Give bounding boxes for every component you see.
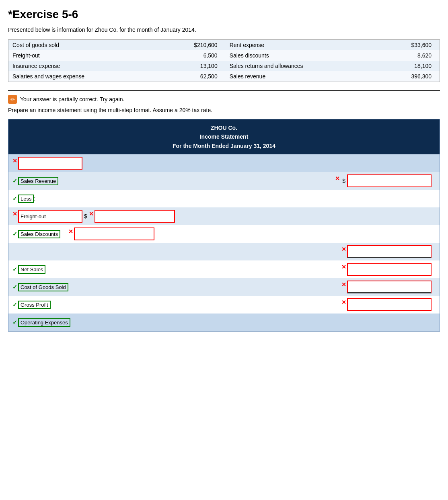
- sales-revenue-label: Sales Revenue: [18, 177, 58, 185]
- freight-out-label-cell: ✕ $ ✕: [12, 210, 436, 223]
- gross-profit-label-cell: ✓ Gross Profit: [12, 301, 341, 309]
- check-mark-op-exp: ✓: [12, 319, 17, 326]
- net-sales-input[interactable]: [347, 263, 432, 276]
- operating-expenses-label-cell: ✓ Operating Expenses: [12, 318, 436, 327]
- x-mark-total: ✕: [341, 246, 346, 252]
- section-label-row: ✕: [8, 154, 440, 172]
- amount-insurance: 13,100: [159, 61, 226, 71]
- amount-salaries: 62,500: [159, 71, 226, 82]
- check-mark-discounts: ✓: [12, 231, 17, 237]
- cogs-label: Cost of Goods Sold: [18, 283, 68, 291]
- total-deductions-row: ✕: [8, 243, 440, 260]
- income-statement: ZHOU Co. Income Statement For the Month …: [8, 119, 440, 332]
- total-deductions-amount-cell: ✕: [341, 245, 436, 258]
- less-label-cell: ✓ Less :: [12, 195, 436, 203]
- label-sales-discounts: Sales discounts: [226, 50, 379, 61]
- net-sales-row: ✓ Net Sales ✕: [8, 260, 440, 278]
- operating-expenses-row: ✓ Operating Expenses: [8, 314, 440, 331]
- x-mark-freight-amt: ✕: [89, 211, 94, 217]
- gross-profit-label: Gross Profit: [18, 301, 51, 309]
- partial-correct-notice: Your answer is partially correct. Try ag…: [8, 95, 440, 104]
- sales-revenue-label-cell: ✓ Sales Revenue: [12, 177, 335, 185]
- gross-profit-input[interactable]: [347, 298, 432, 311]
- less-colon: :: [34, 195, 35, 202]
- table-row: Salaries and wages expense 62,500 Sales …: [8, 71, 440, 82]
- gross-profit-row: ✓ Gross Profit ✕: [8, 296, 440, 314]
- amount-sales-discounts: 8,620: [378, 50, 440, 61]
- freight-dollar: $: [84, 213, 87, 219]
- amount-sales-returns: 18,100: [378, 61, 440, 71]
- check-mark-icon: ✓: [12, 178, 17, 184]
- cogs-amount-cell: ✕: [341, 281, 436, 293]
- net-sales-label-cell: ✓ Net Sales: [12, 265, 341, 274]
- sales-revenue-row: ✓ Sales Revenue ✕ $: [8, 172, 440, 190]
- description-text: Presented below is information for Zhou …: [8, 27, 440, 33]
- table-row: Cost of goods sold $210,600 Rent expense…: [8, 40, 440, 51]
- amount-rent-expense: $33,600: [378, 40, 440, 51]
- x-mark-net-sales: ✕: [341, 264, 346, 270]
- x-mark-icon-2: ✕: [335, 175, 340, 182]
- sales-discounts-input[interactable]: [74, 227, 154, 240]
- amount-freight-out: 6,500: [159, 50, 226, 61]
- x-mark-icon: ✕: [12, 158, 17, 164]
- cogs-row: ✓ Cost of Goods Sold ✕: [8, 278, 440, 296]
- is-title-line2: Income Statement: [12, 132, 436, 141]
- x-mark-cogs: ✕: [341, 281, 346, 288]
- sales-revenue-input[interactable]: [347, 174, 432, 187]
- label-sales-revenue: Sales revenue: [226, 71, 379, 82]
- sales-discounts-row: ✓ Sales Discounts ✕: [8, 225, 440, 243]
- less-row: ✓ Less :: [8, 190, 440, 207]
- label-rent-expense: Rent expense: [226, 40, 379, 51]
- section-label-input[interactable]: [18, 157, 82, 170]
- given-data-table: Cost of goods sold $210,600 Rent expense…: [8, 39, 440, 82]
- check-mark-cogs: ✓: [12, 284, 17, 290]
- check-mark-less: ✓: [12, 195, 17, 202]
- freight-out-row: ✕ $ ✕: [8, 207, 440, 225]
- amount-cost-goods: $210,600: [159, 40, 226, 51]
- section-divider: [8, 90, 440, 91]
- cogs-label-cell: ✓ Cost of Goods Sold: [12, 283, 341, 291]
- net-sales-label: Net Sales: [18, 265, 45, 274]
- table-row: Freight-out 6,500 Sales discounts 8,620: [8, 50, 440, 61]
- sales-revenue-amount-cell: ✕ $: [335, 174, 436, 187]
- is-title-line1: ZHOU Co.: [12, 123, 436, 132]
- x-mark-gross-profit: ✕: [341, 299, 346, 305]
- amount-sales-revenue: 396,300: [378, 71, 440, 82]
- net-sales-amount-cell: ✕: [341, 263, 436, 276]
- instruction-text: Prepare an income statement using the mu…: [8, 107, 440, 113]
- partial-correct-text: Your answer is partially correct. Try ag…: [20, 96, 124, 102]
- sales-discounts-label-cell: ✓ Sales Discounts ✕: [12, 227, 436, 240]
- x-mark-discounts-amt: ✕: [68, 228, 73, 235]
- label-freight-out: Freight-out: [8, 50, 159, 61]
- dollar-sign: $: [342, 178, 345, 184]
- label-sales-returns: Sales returns and allowances: [226, 61, 379, 71]
- page-title: *Exercise 5-6: [8, 8, 440, 21]
- check-mark-net-sales: ✓: [12, 266, 17, 273]
- total-deductions-input[interactable]: [347, 245, 432, 258]
- section-label-cell: ✕: [12, 157, 436, 170]
- gross-profit-amount-cell: ✕: [341, 298, 436, 311]
- sales-discounts-label: Sales Discounts: [18, 230, 60, 238]
- cogs-input[interactable]: [347, 281, 432, 293]
- is-header: ZHOU Co. Income Statement For the Month …: [8, 119, 440, 154]
- is-title-line3: For the Month Ended January 31, 2014: [12, 141, 436, 150]
- less-label: Less: [18, 195, 34, 203]
- partial-correct-icon: [8, 95, 17, 104]
- label-salaries: Salaries and wages expense: [8, 71, 159, 82]
- table-row: Insurance expense 13,100 Sales returns a…: [8, 61, 440, 71]
- label-cost-goods: Cost of goods sold: [8, 40, 159, 51]
- x-mark-freight: ✕: [12, 211, 17, 217]
- check-mark-gross-profit: ✓: [12, 301, 17, 308]
- operating-expenses-label: Operating Expenses: [18, 318, 70, 327]
- label-insurance: Insurance expense: [8, 61, 159, 71]
- freight-out-label-input[interactable]: [18, 210, 82, 223]
- freight-out-amount-input[interactable]: [95, 210, 175, 223]
